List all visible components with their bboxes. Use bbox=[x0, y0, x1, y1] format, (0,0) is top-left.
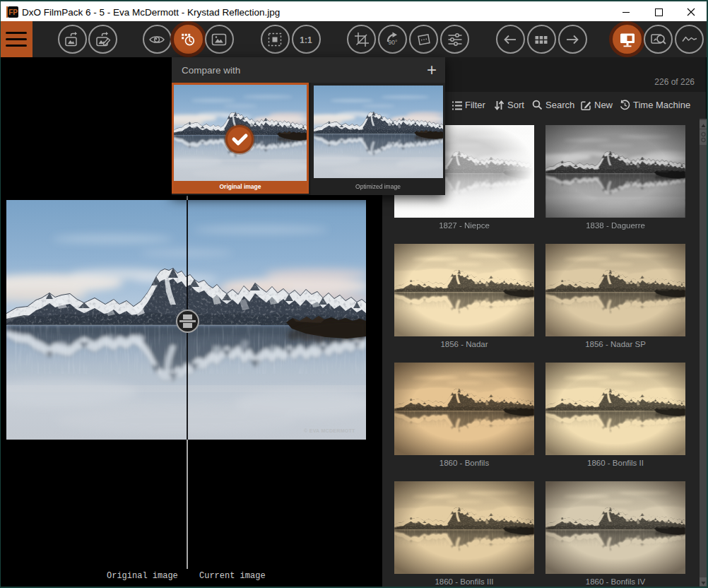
svg-text:90°: 90° bbox=[388, 38, 397, 45]
svg-text:1:1: 1:1 bbox=[300, 35, 312, 45]
svg-text:FP: FP bbox=[8, 8, 18, 16]
